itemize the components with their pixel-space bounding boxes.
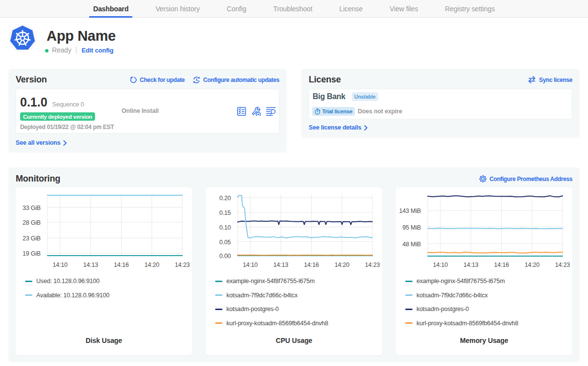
svg-text:14:23: 14:23 (365, 261, 380, 268)
svg-text:0.05: 0.05 (219, 239, 231, 246)
svg-text:0.20: 0.20 (219, 195, 231, 202)
svg-text:143 MiB: 143 MiB (399, 208, 421, 214)
svg-text:14:10: 14:10 (433, 261, 448, 268)
svg-text:33 GiB: 33 GiB (23, 205, 41, 211)
svg-text:14:20: 14:20 (145, 261, 160, 268)
svg-text:48 MiB: 48 MiB (402, 241, 421, 248)
svg-text:14:16: 14:16 (304, 261, 319, 268)
svg-text:95 MiB: 95 MiB (402, 224, 421, 231)
svg-text:14:23: 14:23 (555, 261, 570, 268)
svg-text:14:23: 14:23 (175, 261, 190, 268)
svg-text:0.10: 0.10 (219, 224, 231, 231)
svg-text:14:13: 14:13 (83, 261, 98, 268)
svg-text:0.15: 0.15 (219, 209, 231, 216)
svg-text:28 GiB: 28 GiB (23, 219, 41, 226)
svg-text:14:13: 14:13 (464, 261, 479, 268)
svg-text:14:16: 14:16 (114, 261, 129, 268)
svg-text:14:10: 14:10 (53, 261, 68, 268)
svg-text:14:20: 14:20 (335, 261, 350, 268)
svg-text:14:20: 14:20 (525, 261, 540, 268)
svg-text:14:13: 14:13 (273, 261, 289, 268)
svg-text:14:10: 14:10 (243, 261, 258, 268)
svg-text:0.00: 0.00 (219, 253, 231, 260)
svg-text:23 GiB: 23 GiB (23, 235, 41, 242)
svg-text:19 GiB: 19 GiB (23, 250, 41, 257)
svg-text:14:16: 14:16 (494, 261, 509, 268)
